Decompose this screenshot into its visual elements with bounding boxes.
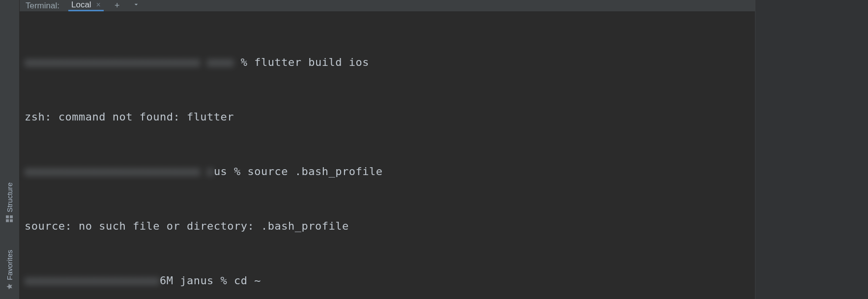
terminal-header: Terminal: Local × + (20, 0, 755, 12)
terminal-line: xxxxxxxxxxxxxxxxxxxxxxxxxx xxxx % flutte… (25, 53, 755, 71)
structure-icon (6, 215, 13, 222)
sidebar-item-structure[interactable]: Structure (5, 179, 14, 226)
terminal-line: xxxxxxxxxxxxxxxxxxxxxxxxxx xus % source … (25, 162, 755, 180)
terminal-line: xxxxxxxxxxxxxxxxxxxx6M janus % cd ~ (25, 271, 755, 290)
star-icon (6, 283, 13, 290)
right-gutter (755, 0, 868, 299)
terminal-tab-local[interactable]: Local × (68, 0, 104, 11)
terminal-line: source: no such file or directory: .bash… (25, 217, 755, 235)
left-tool-rail: Structure Favorites (0, 0, 20, 299)
tab-dropdown-button[interactable] (130, 0, 142, 11)
svg-rect-1 (6, 215, 9, 218)
terminal-line: zsh: command not found: flutter (25, 108, 755, 126)
sidebar-item-label: Structure (5, 182, 14, 212)
svg-rect-0 (6, 219, 9, 222)
terminal-title: Terminal: (26, 1, 59, 11)
svg-rect-3 (10, 215, 13, 218)
chevron-down-icon (132, 0, 140, 8)
sidebar-item-label: Favorites (5, 250, 14, 280)
svg-rect-2 (10, 219, 13, 222)
terminal-output[interactable]: xxxxxxxxxxxxxxxxxxxxxxxxxx xxxx % flutte… (20, 12, 755, 299)
sidebar-item-favorites[interactable]: Favorites (5, 246, 14, 294)
tab-label: Local (71, 0, 91, 10)
close-icon[interactable]: × (96, 0, 101, 9)
add-tab-button[interactable]: + (113, 0, 122, 11)
